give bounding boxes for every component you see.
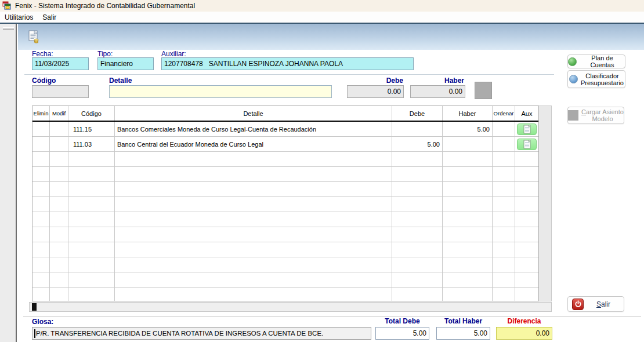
cell-codigo[interactable]: [68, 212, 115, 227]
cell-haber[interactable]: [443, 182, 493, 197]
cell-ordenar[interactable]: [493, 152, 515, 166]
clasificador-presupuestario-button[interactable]: Clasificador Presupuestario: [567, 70, 625, 88]
cell-ordenar[interactable]: [493, 242, 515, 257]
table-row[interactable]: [32, 197, 538, 212]
table-row[interactable]: [32, 257, 538, 272]
cell-detalle[interactable]: Bancos Comerciales Moneda de Curso Legal…: [115, 122, 392, 136]
entry-haber-input[interactable]: 0.00: [410, 85, 465, 98]
table-row[interactable]: [32, 167, 538, 182]
cell-aux[interactable]: [515, 272, 538, 287]
cell-debe[interactable]: [392, 167, 443, 181]
cell-codigo[interactable]: 111.03: [68, 137, 115, 151]
cell-elimin[interactable]: [32, 272, 50, 287]
cell-haber[interactable]: [443, 167, 493, 181]
cell-debe[interactable]: [392, 288, 443, 301]
cell-elimin[interactable]: [32, 257, 50, 272]
cell-haber[interactable]: [443, 137, 493, 151]
cell-elimin[interactable]: [32, 122, 50, 136]
cell-modif[interactable]: [50, 272, 68, 287]
cell-elimin[interactable]: [32, 242, 50, 257]
cell-debe[interactable]: [392, 212, 443, 227]
cell-modif[interactable]: [50, 167, 68, 181]
cell-debe[interactable]: [392, 227, 443, 242]
cell-codigo[interactable]: 111.15: [68, 122, 115, 136]
cell-debe[interactable]: [392, 242, 443, 257]
cell-aux[interactable]: [515, 242, 538, 257]
cell-modif[interactable]: [50, 137, 68, 151]
cell-debe[interactable]: [392, 122, 443, 136]
cell-elimin[interactable]: [32, 182, 50, 197]
cell-ordenar[interactable]: [493, 288, 515, 301]
cell-elimin[interactable]: [32, 152, 50, 166]
cell-detalle[interactable]: [115, 227, 392, 242]
cell-detalle[interactable]: [115, 212, 392, 227]
cell-ordenar[interactable]: [493, 182, 515, 197]
plan-de-cuentas-button[interactable]: Plan de Cuentas: [567, 54, 625, 68]
cell-codigo[interactable]: [68, 167, 115, 181]
menu-utilitarios[interactable]: Utilitarios: [0, 12, 38, 23]
table-row[interactable]: [32, 242, 538, 257]
cell-detalle[interactable]: [115, 167, 392, 181]
cell-codigo[interactable]: [68, 288, 115, 301]
salir-button[interactable]: Salir: [567, 296, 624, 312]
cell-haber[interactable]: [443, 288, 493, 301]
cell-haber[interactable]: [443, 197, 493, 212]
cell-ordenar[interactable]: [493, 122, 515, 136]
table-row[interactable]: [32, 272, 538, 288]
copy-entry-button[interactable]: [26, 28, 42, 45]
table-row[interactable]: [32, 288, 538, 301]
entry-action-button[interactable]: [475, 82, 492, 99]
cell-debe[interactable]: [392, 182, 443, 197]
entry-codigo-input[interactable]: [32, 85, 89, 98]
cell-ordenar[interactable]: [493, 272, 515, 287]
aux-button[interactable]: [517, 123, 537, 135]
cell-codigo[interactable]: [68, 227, 115, 242]
cell-ordenar[interactable]: [493, 227, 515, 242]
cell-modif[interactable]: [50, 227, 68, 242]
cell-ordenar[interactable]: [493, 212, 515, 227]
cell-debe[interactable]: [392, 152, 443, 166]
cell-ordenar[interactable]: [493, 257, 515, 272]
cell-haber[interactable]: [443, 242, 493, 257]
cell-haber[interactable]: [443, 152, 493, 166]
cell-codigo[interactable]: [68, 197, 115, 212]
cell-modif[interactable]: [50, 288, 68, 301]
cell-haber[interactable]: [443, 212, 493, 227]
cell-aux[interactable]: [515, 288, 538, 301]
cell-elimin[interactable]: [32, 227, 50, 242]
cell-aux[interactable]: [515, 212, 538, 227]
cell-aux[interactable]: [515, 257, 538, 272]
cell-haber[interactable]: [443, 257, 493, 272]
cell-modif[interactable]: [50, 197, 68, 212]
cell-aux[interactable]: [515, 182, 538, 197]
table-row[interactable]: 111.03Banco Central del Ecuador Moneda d…: [32, 137, 538, 152]
cell-elimin[interactable]: [32, 288, 50, 301]
cargar-asiento-modelo-button[interactable]: Cargar Asiento Modelo: [567, 107, 624, 124]
cell-debe[interactable]: [392, 272, 443, 287]
cell-codigo[interactable]: [68, 182, 115, 197]
cell-modif[interactable]: [50, 182, 68, 197]
left-panel[interactable]: [0, 24, 17, 342]
cell-aux[interactable]: [515, 167, 538, 181]
table-row[interactable]: 111.15Bancos Comerciales Moneda de Curso…: [32, 122, 538, 137]
cell-elimin[interactable]: [32, 137, 50, 151]
cell-detalle[interactable]: [115, 288, 392, 301]
cell-haber[interactable]: 5.00: [443, 122, 493, 136]
entry-detalle-input[interactable]: [109, 85, 332, 98]
cell-detalle[interactable]: [115, 152, 392, 166]
cell-elimin[interactable]: [32, 212, 50, 227]
cell-detalle[interactable]: [115, 242, 392, 257]
cell-ordenar[interactable]: [493, 137, 515, 151]
cell-elimin[interactable]: [32, 167, 50, 181]
cell-haber[interactable]: [443, 272, 493, 287]
cell-modif[interactable]: [50, 152, 68, 166]
cell-codigo[interactable]: [68, 272, 115, 287]
cell-debe[interactable]: [392, 197, 443, 212]
cell-debe[interactable]: [392, 257, 443, 272]
cell-aux[interactable]: [515, 197, 538, 212]
grid-vertical-scrollbar[interactable]: [539, 105, 552, 301]
cell-detalle[interactable]: [115, 272, 392, 287]
cell-modif[interactable]: [50, 242, 68, 257]
cell-aux[interactable]: [515, 137, 538, 151]
cell-aux[interactable]: [515, 122, 538, 136]
